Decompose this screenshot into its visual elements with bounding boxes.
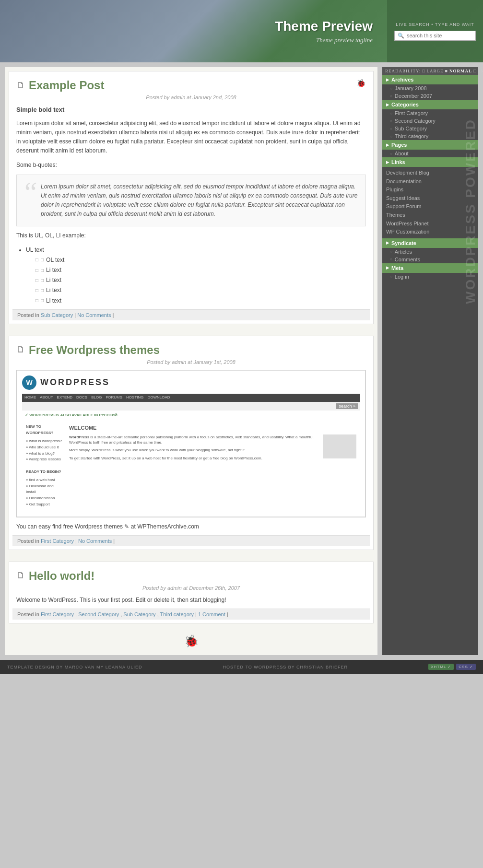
link-wpplanet[interactable]: WordPress Planet xyxy=(386,220,474,228)
wp-search-area: search » xyxy=(22,402,360,411)
post-title-example: 🗋 Example Post xyxy=(16,79,104,92)
readability-label: READABILITY: xyxy=(385,69,421,73)
readability-large-label[interactable]: LARGE xyxy=(427,69,444,73)
link-wpcustom[interactable]: WP Customization xyxy=(386,228,474,236)
wp-sidebar-link-3: » what is a blog? xyxy=(26,451,64,457)
ladybug-bottom-icon: 🐞 xyxy=(184,635,199,647)
wp-welcome-heading: WELCOME xyxy=(69,424,356,433)
hello-cat-3[interactable]: Sub Category xyxy=(123,611,155,617)
syndicate-title: Syndicate xyxy=(382,238,478,248)
wp-logo-circle: W xyxy=(22,375,36,390)
links-list: Development Blog Documentation Plugins S… xyxy=(382,167,478,238)
li-item-1: □ Li text xyxy=(35,266,366,275)
sidebar-item-about[interactable]: About xyxy=(382,150,478,157)
link-devblog[interactable]: Development Blog xyxy=(386,169,474,177)
post-content-wordpress: W WORDPRESS HOME ABOUT EXTEND DOCS BLOG … xyxy=(16,370,366,531)
post-icon-3: 🗋 xyxy=(16,571,25,581)
wp-ready-link-1: » find a web host xyxy=(26,477,64,483)
wp-nav-blog[interactable]: BLOG xyxy=(91,395,102,401)
sidebar-item-firstcat[interactable]: First Category xyxy=(382,109,478,117)
ol-item: □ OL text xyxy=(35,256,366,265)
post-comments-link-2[interactable]: No Comments xyxy=(78,538,112,544)
readability-normal[interactable]: ■ xyxy=(445,69,448,73)
wp-logo-area: W WORDPRESS xyxy=(22,375,360,390)
post-meta-wordpress: Posted by admin at January 1st, 2008 xyxy=(16,359,366,365)
post-meta-example: Posted by admin at January 2nd, 2008 xyxy=(16,94,366,100)
xhtml-badge: XHTML ✓ xyxy=(428,664,454,670)
post-meta-hello: Posted by admin at December 26th, 2007 xyxy=(16,585,366,591)
wp-nav-extend[interactable]: EXTEND xyxy=(57,395,72,401)
wp-nav-download[interactable]: DOWNLOAD xyxy=(148,395,170,401)
post-content-example: Simple bold text Lorem ipsum dolor sit a… xyxy=(16,105,366,305)
post-title-hello: 🗋 Hello world! xyxy=(16,569,366,583)
sidebar-item-subcat[interactable]: Sub Category xyxy=(382,125,478,132)
wp-search-button[interactable]: search » xyxy=(336,403,358,409)
wp-ready-link-3: » Documentation xyxy=(26,495,64,502)
categories-title: Categories xyxy=(382,100,478,109)
wp-available-text: ✓ WORDPRESS IS ALSO AVAILABLE IN РУССКИЙ… xyxy=(22,411,360,421)
search-input[interactable] xyxy=(407,33,469,38)
sidebar-item-login[interactable]: Log in xyxy=(382,273,478,281)
post-paragraph-2: You can easy find free Wordpress themes … xyxy=(16,522,366,531)
sidebar-item-articles[interactable]: Articles xyxy=(382,248,478,256)
ul-ol-label: This is UL, OL, LI example: xyxy=(16,231,366,240)
sidebar-item-thirdcat[interactable]: Third category xyxy=(382,132,478,140)
link-docs[interactable]: Documentation xyxy=(386,177,474,186)
wp-screenshot: W WORDPRESS HOME ABOUT EXTEND DOCS BLOG … xyxy=(16,370,366,517)
wp-getstarted-text: To get started with WordPress, set it up… xyxy=(69,456,356,461)
css-badge: CSS ✓ xyxy=(456,664,476,670)
wp-welcome-text: WordPress is a state-of-the-art semantic… xyxy=(69,434,356,445)
post-comments-link[interactable]: No Comments xyxy=(77,312,111,318)
wp-sidebar-link-2: » who should use it xyxy=(26,445,64,451)
post-hello: 🗋 Hello world! Posted by admin at Decemb… xyxy=(9,562,374,623)
footer-left: TEMPLATE DESIGN BY MARCO VAN MY LEANNA U… xyxy=(7,665,142,669)
hello-cat-2[interactable]: Second Category xyxy=(78,611,119,617)
readability-bar: READABILITY: □ LARGE ■ NORMAL □ SMALL xyxy=(382,67,478,75)
site-title: Theme Preview xyxy=(14,19,373,34)
readability-normal-label[interactable]: NORMAL xyxy=(449,69,472,73)
hello-cat-1[interactable]: First Category xyxy=(41,611,74,617)
readability-small[interactable]: □ xyxy=(473,69,476,73)
readability-small-label[interactable]: SMALL xyxy=(478,69,483,73)
wp-nav-home[interactable]: HOME xyxy=(24,395,36,401)
wp-main-mini: WELCOME WordPress is a state-of-the-art … xyxy=(69,424,356,507)
post-separator-1 xyxy=(5,328,377,332)
hello-cat-4[interactable]: Third category xyxy=(160,611,194,617)
post-category-link-2[interactable]: First Category xyxy=(41,538,74,544)
post-separator-2 xyxy=(5,554,377,558)
wp-nav-hosting[interactable]: HOSTING xyxy=(126,395,143,401)
wp-nav-about[interactable]: ABOUT xyxy=(40,395,53,401)
wp-nav-docs[interactable]: DOCS xyxy=(76,395,87,401)
li-item-2: □ Li text xyxy=(35,276,366,285)
wp-ready-link-4: » Get Support xyxy=(26,502,64,508)
post-title-wordpress: 🗋 Free Wordpress themes xyxy=(16,343,366,357)
post-category-link[interactable]: Sub Category xyxy=(41,312,73,318)
content-area: 🗋 Example Post 🐞 Posted by admin at Janu… xyxy=(5,67,377,655)
sidebar-item-comments[interactable]: Comments xyxy=(382,256,478,263)
sidebar-item-dec2007[interactable]: December 2007 xyxy=(382,92,478,100)
link-suggest[interactable]: Suggest Ideas xyxy=(386,194,474,203)
links-title: Links xyxy=(382,157,478,167)
footer: TEMPLATE DESIGN BY MARCO VAN MY LEANNA U… xyxy=(0,660,483,674)
post-paragraph-3: Welcome to WordPress. This is your first… xyxy=(16,596,366,605)
sidebar-item-jan2008[interactable]: January 2008 xyxy=(382,84,478,92)
link-plugins[interactable]: Plugins xyxy=(386,186,474,194)
wp-nav-forums[interactable]: FORUMS xyxy=(106,395,122,401)
li-item-4: □ Li text xyxy=(35,296,366,305)
wp-sidebar-mini: NEW TO WORDPRESS? » what is wordpress? »… xyxy=(26,424,64,507)
header: Theme Preview Theme preview tagline LIVE… xyxy=(0,0,483,62)
li-item-3: □ Li text xyxy=(35,286,366,295)
link-themes[interactable]: Themes xyxy=(386,211,474,220)
link-support[interactable]: Support Forum xyxy=(386,202,474,211)
bottom-ladybug: 🐞 xyxy=(5,627,377,655)
wp-nav-bar: HOME ABOUT EXTEND DOCS BLOG FORUMS HOSTI… xyxy=(22,394,360,402)
readability-large[interactable]: □ xyxy=(422,69,425,73)
sidebar-item-secondcat[interactable]: Second Category xyxy=(382,117,478,125)
ol-list: □ OL text □ Li text □ Li text □ Li text … xyxy=(35,256,366,305)
post-footer-hello: Posted in First Category , Second Catego… xyxy=(12,609,370,620)
hello-comments[interactable]: 1 Comment xyxy=(198,611,225,617)
post-paragraph: Lorem ipsum dolor sit amet, consectetur … xyxy=(16,119,366,156)
ul-item: UL text xyxy=(26,246,366,255)
wp-sidebar-link-1: » what is wordpress? xyxy=(26,438,64,445)
footer-right: HOSTED TO WORDPRESS BY CHRISTIAN BRIEFER xyxy=(223,665,348,669)
